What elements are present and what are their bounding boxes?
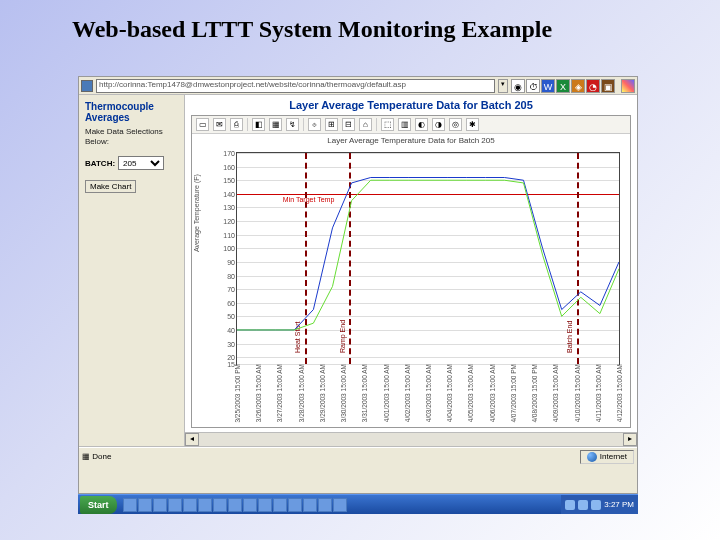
y-tick-label: 130 [223,204,235,211]
url-dropdown[interactable]: ▾ [498,79,508,93]
y-tick-label: 40 [227,326,235,333]
content-pane: Thermocouple Averages Make Data Selectio… [79,95,637,447]
scroll-right-icon[interactable]: ▸ [623,433,637,446]
y-tick-label: 90 [227,258,235,265]
x-tick-label: 4/03/2003 15:00 AM [425,364,432,422]
chart-tool-icon[interactable]: ⬚ [381,118,394,131]
links-toolbar: ◉⏱WX◈◔▣ [511,79,615,93]
y-tick-label: 150 [223,177,235,184]
batch-select[interactable]: 205 [118,156,164,170]
chart-tool-icon[interactable]: ✱ [466,118,479,131]
x-tick-label: 4/06/2003 15:00 AM [488,364,495,422]
chart-tool-icon[interactable]: ✉ [213,118,226,131]
link-icon[interactable]: ▣ [601,79,615,93]
x-tick-label: 3/25/2003 15:00 PM [234,364,241,423]
series-line [237,180,619,330]
chart-toolbar: ▭✉⎙◧▦↯⟐⊞⊟⌂⬚▥◐◑◎✱ [192,116,630,134]
y-tick-label: 30 [227,340,235,347]
chart-tool-icon[interactable]: ▥ [398,118,411,131]
plot-area[interactable]: 1520304050607080901001101201301401501601… [236,152,620,365]
x-tick-label: 3/27/2003 15:00 AM [276,364,283,422]
taskbar-item[interactable] [318,498,332,512]
x-tick-label: 4/10/2003 15:00 AM [573,364,580,422]
taskbar-item[interactable] [153,498,167,512]
start-button[interactable]: Start [80,496,117,514]
y-tick-label: 70 [227,286,235,293]
quick-launch [119,498,351,512]
tray-icon[interactable] [565,500,575,510]
chart-container: ▭✉⎙◧▦↯⟐⊞⊟⌂⬚▥◐◑◎✱ Layer Average Temperatu… [191,115,631,428]
sidebar-heading: Thermocouple Averages [85,101,178,123]
link-icon[interactable]: ◈ [571,79,585,93]
chart-inner-title: Layer Average Temperature Data for Batch… [192,134,630,147]
x-tick-label: 3/26/2003 15:00 AM [255,364,262,422]
chart-tool-icon[interactable]: ↯ [286,118,299,131]
taskbar: Start 3:27 PM [78,494,638,514]
x-tick-label: 4/12/2003 15:00 AM [616,364,623,422]
link-icon[interactable]: ⏱ [526,79,540,93]
taskbar-item[interactable] [123,498,137,512]
y-axis-label: Average Temperature (F) [193,174,200,252]
taskbar-item[interactable] [333,498,347,512]
security-zone: Internet [580,450,634,464]
status-bar: ▦ Done Internet [79,447,637,465]
y-tick-label: 170 [223,150,235,157]
taskbar-item[interactable] [168,498,182,512]
scroll-track[interactable] [199,433,623,446]
link-icon[interactable]: X [556,79,570,93]
taskbar-item[interactable] [273,498,287,512]
tray-icon[interactable] [591,500,601,510]
chart-tool-icon[interactable]: ◑ [432,118,445,131]
sidebar-subheading: Make Data Selections Below: [85,127,178,146]
taskbar-item[interactable] [213,498,227,512]
taskbar-item[interactable] [138,498,152,512]
y-tick-label: 60 [227,299,235,306]
taskbar-item[interactable] [198,498,212,512]
batch-label: BATCH: [85,159,115,168]
make-chart-button[interactable]: Make Chart [85,180,136,193]
chart-tool-icon[interactable]: ◎ [449,118,462,131]
y-tick-label: 50 [227,313,235,320]
ie-page-icon [81,80,93,92]
taskbar-item[interactable] [258,498,272,512]
chart-tool-icon[interactable]: ⟐ [308,118,321,131]
x-tick-label: 4/08/2003 15:00 PM [531,364,538,423]
sidebar: Thermocouple Averages Make Data Selectio… [79,95,185,446]
chart-tool-icon[interactable]: ⌂ [359,118,372,131]
status-text: ▦ Done [82,452,111,461]
system-tray: 3:27 PM [561,495,638,514]
x-tick-label: 3/29/2003 15:00 AM [318,364,325,422]
chart-tool-icon[interactable]: ⊞ [325,118,338,131]
x-tick-label: 4/02/2003 15:00 AM [403,364,410,422]
taskbar-item[interactable] [288,498,302,512]
x-tick-label: 4/04/2003 15:00 AM [446,364,453,422]
tray-icon[interactable] [578,500,588,510]
y-tick-label: 80 [227,272,235,279]
link-icon[interactable]: ◉ [511,79,525,93]
y-tick-label: 120 [223,218,235,225]
y-tick-label: 110 [223,231,235,238]
horizontal-scrollbar[interactable]: ◂ ▸ [185,432,637,446]
taskbar-item[interactable] [303,498,317,512]
taskbar-item[interactable] [183,498,197,512]
x-tick-label: 3/30/2003 15:00 AM [340,364,347,422]
taskbar-item[interactable] [228,498,242,512]
scroll-left-icon[interactable]: ◂ [185,433,199,446]
chart-tool-icon[interactable]: ⎙ [230,118,243,131]
chart-tool-icon[interactable]: ⊟ [342,118,355,131]
x-tick-label: 4/07/2003 15:00 PM [509,364,516,423]
url-input[interactable]: http://corinna:Temp1478@dmwestonproject.… [96,79,495,93]
chart-tool-icon[interactable]: ▭ [196,118,209,131]
browser-window: http://corinna:Temp1478@dmwestonproject.… [78,76,638,494]
main-panel: Layer Average Temperature Data for Batch… [185,95,637,446]
x-tick-label: 4/11/2003 15:00 AM [594,364,601,422]
link-icon[interactable]: W [541,79,555,93]
clock: 3:27 PM [604,500,634,509]
y-tick-label: 20 [227,354,235,361]
link-icon[interactable]: ◔ [586,79,600,93]
chart-tool-icon[interactable]: ◐ [415,118,428,131]
chart-tool-icon[interactable]: ▦ [269,118,282,131]
taskbar-item[interactable] [243,498,257,512]
x-tick-label: 4/05/2003 15:00 AM [467,364,474,422]
chart-tool-icon[interactable]: ◧ [252,118,265,131]
